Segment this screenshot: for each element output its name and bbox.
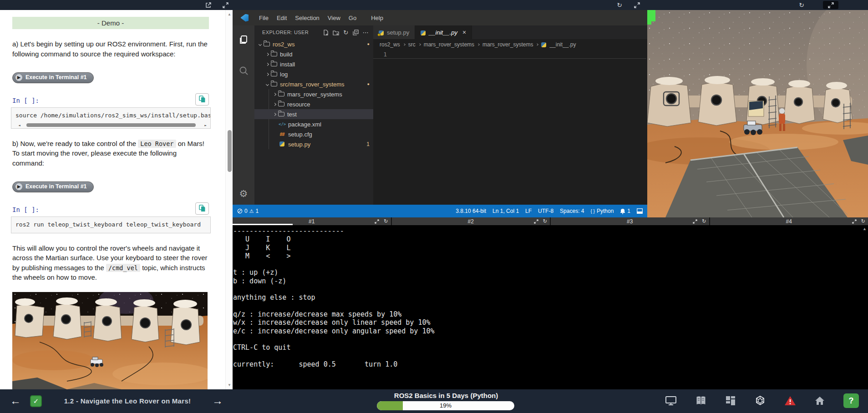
menu-view[interactable]: View: [324, 15, 345, 21]
panel-layout-icon[interactable]: [637, 208, 643, 214]
desktop-view-icon[interactable]: [665, 395, 677, 406]
paragraph-cmdvel: This will allow you to control the rover…: [12, 243, 209, 282]
crumb-init-py[interactable]: __init__.py: [549, 41, 576, 48]
terminal-refresh-icon[interactable]: ↻: [861, 218, 865, 224]
encoding-indicator[interactable]: UTF-8: [538, 208, 553, 214]
tree-item-ros2-ws[interactable]: ros2_ws●: [254, 39, 373, 49]
code-cell-source[interactable]: source /home/simulations/ros2_sims_ws/in…: [11, 107, 211, 129]
terminal-tab-4[interactable]: #4 ↻: [710, 217, 868, 225]
cursor-position[interactable]: Ln 1, Col 1: [492, 208, 519, 214]
notebook-scrollbar[interactable]: ▲ ▼: [225, 10, 233, 389]
notebook-view-icon[interactable]: [695, 395, 707, 406]
execute-terminal-1-button[interactable]: ▶ Execute in Terminal #1: [12, 72, 94, 83]
terminal-refresh-icon[interactable]: ↻: [702, 218, 706, 224]
crumb-src[interactable]: src: [408, 41, 416, 48]
app-window: ↻ ↻ - Demo - a) Let's begin by setting u…: [0, 0, 868, 413]
crumb-mars-rover-systems[interactable]: mars_rover_systems: [424, 41, 474, 48]
xml-file-icon: </>: [279, 122, 285, 126]
copy-code-button-2[interactable]: [195, 202, 209, 215]
tree-item-build[interactable]: build: [254, 49, 373, 59]
cell-prompt: In [ ]:: [12, 96, 39, 106]
gazebo-simulation-view[interactable]: [647, 10, 868, 217]
lesson-complete-checkbox[interactable]: ✓: [30, 395, 42, 407]
explorer-icon[interactable]: [233, 35, 254, 45]
tree-item-src-mars-rover-systems[interactable]: src/mars_rover_systems●: [254, 79, 373, 89]
openai-chat-icon[interactable]: [754, 395, 766, 407]
current-line-highlight: [373, 50, 646, 59]
menu-help[interactable]: Help: [367, 15, 387, 21]
search-icon[interactable]: [233, 65, 254, 76]
terminal-output[interactable]: --------------------------- U I O J K L …: [233, 227, 435, 368]
tree-item-test[interactable]: test: [254, 109, 373, 119]
code-cell-teleop[interactable]: ros2 run teleop_twist_keyboard teleop_tw…: [11, 217, 211, 233]
terminal-refresh-icon[interactable]: ↻: [543, 218, 547, 224]
runtime-version[interactable]: 3.8.10 64-bit: [456, 208, 486, 214]
terminal-expand-icon[interactable]: [534, 219, 538, 224]
terminal-expand-icon[interactable]: [693, 219, 697, 224]
next-lesson-button[interactable]: →: [212, 394, 223, 407]
home-icon[interactable]: [814, 396, 825, 406]
more-actions-icon[interactable]: ⋯: [363, 29, 369, 36]
terminal-expand-icon[interactable]: [375, 219, 379, 224]
scroll-right-icon[interactable]: ►: [204, 123, 207, 128]
ide-refresh-icon[interactable]: ↻: [615, 1, 624, 9]
close-tab-icon[interactable]: ×: [462, 29, 466, 36]
settings-gear-icon[interactable]: ⚙: [233, 188, 254, 199]
eol-indicator[interactable]: LF: [525, 208, 532, 214]
scroll-up-icon[interactable]: ▲: [226, 12, 233, 17]
terminal-expand-icon[interactable]: [852, 219, 857, 224]
collapse-folders-icon[interactable]: [353, 30, 359, 35]
inline-code-leo-rover: Leo Rover: [138, 140, 176, 148]
crumb-mars-rover-systems-2[interactable]: mars_rover_systems: [482, 41, 533, 48]
new-file-icon[interactable]: [323, 30, 329, 35]
tree-item-setup-py[interactable]: setup.py1: [254, 139, 373, 149]
notebook-open-external-icon[interactable]: [204, 1, 212, 9]
lesson-title: 1.2 - Navigate the Leo Rover on Mars!: [50, 397, 205, 405]
tree-item-log[interactable]: log: [254, 69, 373, 79]
code-area[interactable]: 1: [373, 50, 647, 105]
terminal-tab-3[interactable]: #3 ↻: [551, 217, 710, 225]
scroll-left-icon[interactable]: ◄: [18, 123, 20, 128]
tree-item-setup-cfg[interactable]: ## setup.cfg: [254, 129, 373, 139]
layout-grid-icon[interactable]: [725, 395, 736, 406]
refresh-explorer-icon[interactable]: ↻: [343, 29, 348, 36]
problem-count-badge: 1: [366, 141, 370, 147]
sim-refresh-icon[interactable]: ↻: [797, 1, 806, 9]
menu-file[interactable]: File: [255, 15, 273, 21]
menu-selection[interactable]: Selection: [291, 15, 323, 21]
previous-lesson-button[interactable]: ←: [10, 394, 21, 407]
scrollbar-thumb[interactable]: [228, 130, 232, 172]
language-mode[interactable]: { } Python: [590, 208, 614, 214]
terminal-tab-2[interactable]: #2 ↻: [392, 217, 551, 225]
tree-item-mars-rover-systems[interactable]: mars_rover_systems: [254, 89, 373, 99]
problems-indicator[interactable]: 0 ⚠ 1: [237, 208, 259, 214]
sim-fullscreen-icon[interactable]: [823, 1, 838, 9]
code-editor-window: File Edit Selection View Go Help ⚙ EXPLO…: [233, 10, 647, 217]
tree-item-resource[interactable]: resource: [254, 99, 373, 109]
notifications-bell[interactable]: 1: [620, 208, 630, 214]
new-folder-icon[interactable]: [333, 30, 339, 35]
menu-go[interactable]: Go: [345, 15, 360, 21]
crumb-ros2-ws[interactable]: ros2_ws: [380, 41, 400, 48]
tree-item-install[interactable]: install: [254, 59, 373, 69]
folder-icon: [271, 82, 277, 86]
tab-init-py[interactable]: __init__.py ×: [415, 25, 472, 39]
tab-setup-py[interactable]: setup.py: [373, 25, 415, 39]
folder-icon: [278, 92, 284, 96]
notebook-fullscreen-icon[interactable]: [221, 1, 229, 9]
execute-terminal-1-button-2[interactable]: ▶ Execute in Terminal #1: [12, 181, 94, 192]
copy-code-button[interactable]: [195, 93, 209, 106]
menu-edit[interactable]: Edit: [273, 15, 291, 21]
scroll-down-icon[interactable]: ▼: [226, 383, 233, 388]
modified-dot: ●: [367, 82, 370, 86]
demo-banner: - Demo -: [12, 17, 209, 29]
indentation-indicator[interactable]: Spaces: 4: [560, 208, 584, 214]
terminal-tab-1[interactable]: #1 ↻: [233, 217, 392, 225]
alert-warning-icon[interactable]: [784, 395, 796, 406]
tree-item-package-xml[interactable]: </> package.xml: [254, 119, 373, 129]
terminal-scroll-up-icon[interactable]: ▲: [863, 227, 867, 231]
ide-fullscreen-icon[interactable]: [633, 1, 641, 9]
terminal-refresh-icon[interactable]: ↻: [384, 218, 388, 224]
code-hscrollbar[interactable]: ◄ ►: [15, 122, 210, 128]
help-button[interactable]: ?: [843, 393, 859, 408]
